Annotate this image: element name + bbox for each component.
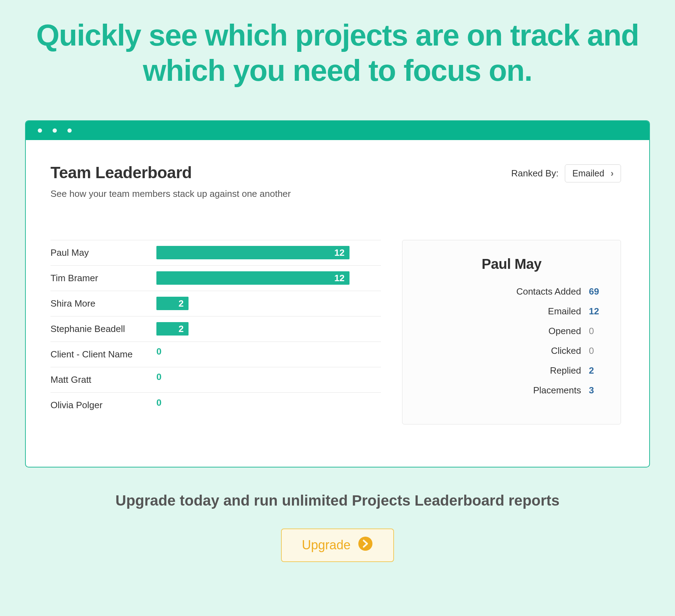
bar: 2 [156, 322, 189, 336]
bar-cell: 2 [156, 321, 381, 337]
leaderboard-chart: Paul May12Tim Bramer12Shira More2Stephan… [50, 240, 381, 424]
bar-cell: 12 [156, 270, 381, 286]
member-name-cell: Paul May [50, 247, 156, 258]
ranked-by-select[interactable]: Emailed › [565, 164, 621, 182]
bar: 12 [156, 246, 350, 259]
cta-text: Upgrade today and run unlimited Projects… [21, 492, 654, 509]
app-window: Team Leaderboard See how your team membe… [25, 120, 650, 467]
leaderboard-row[interactable]: Tim Bramer12 [50, 266, 381, 291]
member-name-cell: Stephanie Beadell [50, 324, 156, 334]
bar: 12 [156, 271, 350, 285]
hero-heading: Quickly see which projects are on track … [23, 18, 652, 89]
page-subtitle: See how your team members stack up again… [50, 188, 291, 199]
bar-cell: 0 [156, 372, 381, 388]
stat-value: 12 [589, 306, 603, 317]
stat-label: Opened [548, 326, 581, 337]
bar-value: 2 [179, 324, 184, 334]
stat-row: Placements3 [420, 385, 603, 405]
stat-row: Emailed12 [420, 306, 603, 326]
upgrade-button-label: Upgrade [302, 538, 351, 552]
bar-value: 12 [334, 273, 345, 284]
leaderboard-row[interactable]: Matt Gratt0 [50, 367, 381, 393]
bar-value: 2 [179, 298, 184, 309]
svg-point-0 [358, 537, 372, 551]
bar-cell: 0 [156, 397, 381, 413]
window-control-dot [53, 128, 57, 133]
bar-cell: 2 [156, 295, 381, 312]
leaderboard-row[interactable]: Stephanie Beadell2 [50, 316, 381, 342]
member-name-cell: Matt Gratt [50, 374, 156, 385]
leaderboard-row[interactable]: Paul May12 [50, 240, 381, 266]
bar-value: 0 [156, 372, 161, 382]
stat-row: Contacts Added69 [420, 286, 603, 306]
member-name-cell: Client - Client Name [50, 349, 156, 360]
member-detail-card: Paul May Contacts Added69Emailed12Opened… [402, 240, 621, 424]
stat-value: 0 [589, 326, 603, 337]
stat-label: Placements [533, 385, 581, 396]
bar: 2 [156, 297, 189, 310]
member-name-cell: Olivia Polger [50, 400, 156, 411]
bar-value: 12 [334, 247, 345, 258]
ranked-by-value: Emailed [572, 168, 604, 179]
member-name: Paul May [420, 256, 603, 272]
upgrade-button[interactable]: Upgrade [281, 529, 394, 562]
ranked-by-label: Ranked By: [511, 168, 558, 179]
stat-row: Replied2 [420, 365, 603, 385]
stat-label: Contacts Added [516, 286, 581, 297]
stat-row: Clicked0 [420, 345, 603, 365]
stat-label: Emailed [548, 306, 581, 317]
stat-value: 3 [589, 385, 603, 396]
stat-value: 69 [589, 286, 603, 297]
stat-label: Replied [550, 365, 581, 376]
stat-label: Clicked [551, 345, 581, 356]
arrow-circle-right-icon [358, 536, 373, 555]
leaderboard-row[interactable]: Client - Client Name0 [50, 342, 381, 367]
stat-row: Opened0 [420, 326, 603, 345]
window-titlebar [26, 121, 649, 140]
member-name-cell: Shira More [50, 298, 156, 309]
bar-cell: 0 [156, 346, 381, 362]
leaderboard-row[interactable]: Shira More2 [50, 291, 381, 316]
window-control-dot [67, 128, 72, 133]
member-name-cell: Tim Bramer [50, 273, 156, 284]
leaderboard-row[interactable]: Olivia Polger0 [50, 393, 381, 418]
stat-value: 2 [589, 365, 603, 376]
ranked-by-control: Ranked By: Emailed › [511, 164, 621, 182]
bar-value: 0 [156, 397, 161, 408]
bar-value: 0 [156, 346, 161, 357]
bar-cell: 12 [156, 244, 381, 261]
page-title: Team Leaderboard [50, 163, 291, 182]
stat-value: 0 [589, 345, 603, 356]
chevron-right-icon: › [611, 168, 614, 179]
window-control-dot [38, 128, 42, 133]
